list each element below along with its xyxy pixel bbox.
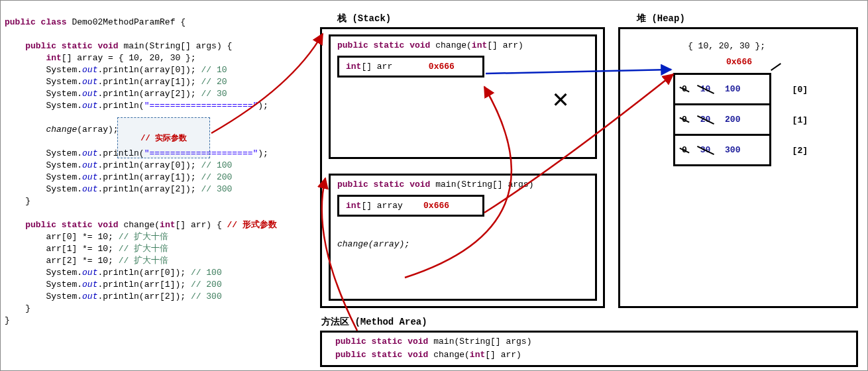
method-area-box: public static void main(String[] args) p… <box>320 331 858 367</box>
arr-var-box: int[] arr 0x666 <box>337 56 484 78</box>
ma-change: public static void change(int[] arr) <box>335 348 843 362</box>
heap-cell-0: 0 10 100 [0] <box>675 75 769 105</box>
stack-label: 栈 (Stack) <box>337 13 391 25</box>
array-var-box: int[] array 0x666 <box>337 195 484 217</box>
stack-frame-change: public static void change(int[] arr) int… <box>329 34 597 159</box>
change-call: change(array); <box>337 239 588 249</box>
stack-box: public static void change(int[] arr) int… <box>320 27 605 308</box>
stack-frame-main: public static void main(String[] args) i… <box>329 174 597 301</box>
main-sig: public static void main(String[] args) <box>337 180 588 189</box>
heap-box: { 10, 20, 30 }; 0x666 0 10 100 [0] 0 20 … <box>618 27 858 308</box>
heap-init: { 10, 20, 30 }; <box>688 41 765 51</box>
selection-box: // 实际参数 <box>117 117 210 158</box>
source-code: public class Demo02MethodParamRef { publ… <box>5 5 316 327</box>
heap-label: 堆 (Heap) <box>637 13 685 25</box>
change-sig: public static void change(int[] arr) <box>337 40 588 50</box>
ma-main: public static void main(String[] args) <box>335 335 843 348</box>
heap-cell-1: 0 20 200 [1] <box>675 105 769 136</box>
method-area-label: 方法区 (Method Area) <box>321 316 427 328</box>
x-mark: ✕ <box>553 83 569 115</box>
heap-cell-2: 0 30 300 [2] <box>675 136 769 164</box>
heap-array: 0 10 100 [0] 0 20 200 [1] 0 30 300 [2] <box>673 73 771 166</box>
actual-param-comment: // 实际参数 <box>140 132 187 144</box>
heap-addr: 0x666 <box>726 57 752 67</box>
corner-tick-icon <box>771 63 781 71</box>
